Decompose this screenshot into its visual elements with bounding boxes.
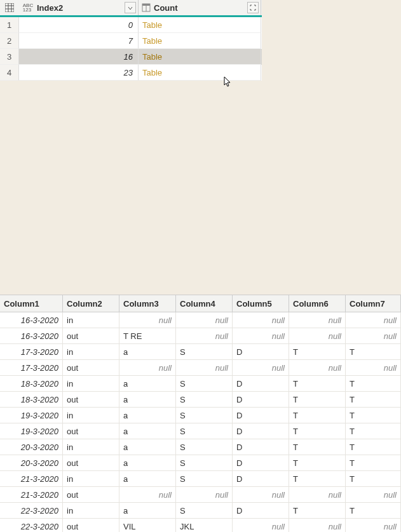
cell[interactable]: 18-3-2020 (0, 376, 63, 391)
cell[interactable]: VIL (119, 519, 176, 532)
row-number[interactable]: 1 (0, 17, 19, 33)
cell[interactable]: null (176, 328, 233, 343)
row-number[interactable]: 4 (0, 65, 19, 81)
table-row[interactable]: 18-3-2020outaSDTT (0, 392, 401, 408)
cell[interactable]: a (119, 423, 176, 439)
cell[interactable]: T (289, 439, 346, 455)
cell[interactable]: null (346, 360, 401, 375)
cell[interactable]: null (119, 487, 176, 502)
cell[interactable]: T (289, 344, 346, 359)
cell[interactable]: a (119, 344, 176, 359)
cell-count-table-link[interactable]: Table (139, 33, 261, 49)
cell[interactable]: T (346, 423, 401, 439)
table-row[interactable]: 16-3-2020outT REnullnullnullnull (0, 328, 401, 344)
cell[interactable]: 17-3-2020 (0, 344, 63, 359)
cell[interactable]: T (289, 392, 346, 407)
cell[interactable]: out (63, 360, 119, 375)
cell[interactable]: T (346, 344, 401, 359)
cell[interactable]: null (233, 487, 289, 502)
cell-count-table-link[interactable]: Table (139, 65, 261, 81)
cell[interactable]: null (176, 487, 233, 502)
cell[interactable]: 19-3-2020 (0, 423, 63, 439)
cell[interactable]: in (63, 376, 119, 391)
column-header-column1[interactable]: Column1 (0, 295, 63, 312)
cell[interactable]: 20-3-2020 (0, 439, 63, 455)
cell-count-table-link[interactable]: Table (139, 49, 261, 65)
cell[interactable]: JKL (176, 519, 233, 532)
column-header-column7[interactable]: Column7 (346, 295, 401, 312)
row-number[interactable]: 3 (0, 49, 19, 65)
cell[interactable]: in (63, 312, 119, 328)
cell[interactable]: 18-3-2020 (0, 392, 63, 407)
cell[interactable]: null (346, 328, 401, 343)
cell[interactable]: T (346, 503, 401, 518)
cell[interactable]: a (119, 376, 176, 391)
cell[interactable]: a (119, 471, 176, 486)
table-row[interactable]: 20-3-2020outaSDTT (0, 455, 401, 471)
cell[interactable]: D (233, 471, 289, 486)
column-header-column3[interactable]: Column3 (119, 295, 176, 312)
cell[interactable]: S (176, 471, 233, 486)
cell[interactable]: null (233, 519, 289, 532)
cell[interactable]: D (233, 344, 289, 359)
cell[interactable]: null (289, 328, 346, 343)
cell[interactable]: D (233, 408, 289, 423)
cell-index2[interactable]: 16 (19, 49, 139, 65)
cell[interactable]: D (233, 503, 289, 518)
cell[interactable]: 21-3-2020 (0, 471, 63, 486)
cell[interactable]: 22-3-2020 (0, 503, 63, 518)
cell[interactable]: S (176, 423, 233, 439)
cell[interactable]: D (233, 439, 289, 455)
cell[interactable]: 20-3-2020 (0, 455, 63, 470)
cell[interactable]: S (176, 503, 233, 518)
cell[interactable]: D (233, 392, 289, 407)
column-header-column5[interactable]: Column5 (233, 295, 289, 312)
column-expand-count-button[interactable] (247, 2, 259, 13)
cell[interactable]: 16-3-2020 (0, 328, 63, 343)
cell[interactable]: 21-3-2020 (0, 487, 63, 502)
cell[interactable]: null (119, 312, 176, 328)
cell[interactable]: 16-3-2020 (0, 312, 63, 328)
cell[interactable]: S (176, 455, 233, 470)
table-row[interactable]: 18-3-2020inaSDTT (0, 376, 401, 392)
column-header-column4[interactable]: Column4 (176, 295, 233, 312)
column-header-count[interactable]: Count (139, 0, 261, 15)
table-row[interactable]: 19-3-2020outaSDTT (0, 423, 401, 439)
cell[interactable]: S (176, 392, 233, 407)
cell[interactable]: null (233, 328, 289, 343)
cell[interactable]: null (176, 360, 233, 375)
cell[interactable]: a (119, 455, 176, 470)
cell[interactable]: T (289, 376, 346, 391)
table-row[interactable]: 22-3-2020inaSDTT (0, 503, 401, 519)
cell[interactable]: a (119, 503, 176, 518)
cell[interactable]: out (63, 455, 119, 470)
cell[interactable]: null (289, 312, 346, 328)
cell[interactable]: S (176, 439, 233, 455)
cell[interactable]: null (176, 312, 233, 328)
cell[interactable]: T (346, 408, 401, 423)
cell[interactable]: null (289, 487, 346, 502)
cell[interactable]: D (233, 455, 289, 470)
cell[interactable]: in (63, 408, 119, 423)
cell[interactable]: D (233, 423, 289, 439)
cell[interactable]: null (233, 360, 289, 375)
cell[interactable]: T (289, 503, 346, 518)
column-filter-index2-button[interactable] (125, 2, 136, 13)
cell[interactable]: out (63, 328, 119, 343)
cell[interactable]: in (63, 439, 119, 455)
cell[interactable]: T (346, 471, 401, 486)
cell[interactable]: in (63, 503, 119, 518)
cell[interactable]: D (233, 376, 289, 391)
column-header-column6[interactable]: Column6 (289, 295, 346, 312)
cell[interactable]: T (346, 376, 401, 391)
table-row[interactable]: 21-3-2020outnullnullnullnullnull (0, 487, 401, 503)
cell[interactable]: T (289, 471, 346, 486)
cell[interactable]: null (289, 519, 346, 532)
table-row[interactable]: 20-3-2020inaSDTT (0, 439, 401, 455)
cell[interactable]: T (346, 439, 401, 455)
cell[interactable]: T (346, 455, 401, 470)
table-row[interactable]: 16-3-2020innullnullnullnullnull (0, 312, 401, 328)
table-row[interactable]: 27Table (0, 33, 262, 49)
cell[interactable]: out (63, 487, 119, 502)
table-options-button[interactable] (0, 0, 19, 15)
